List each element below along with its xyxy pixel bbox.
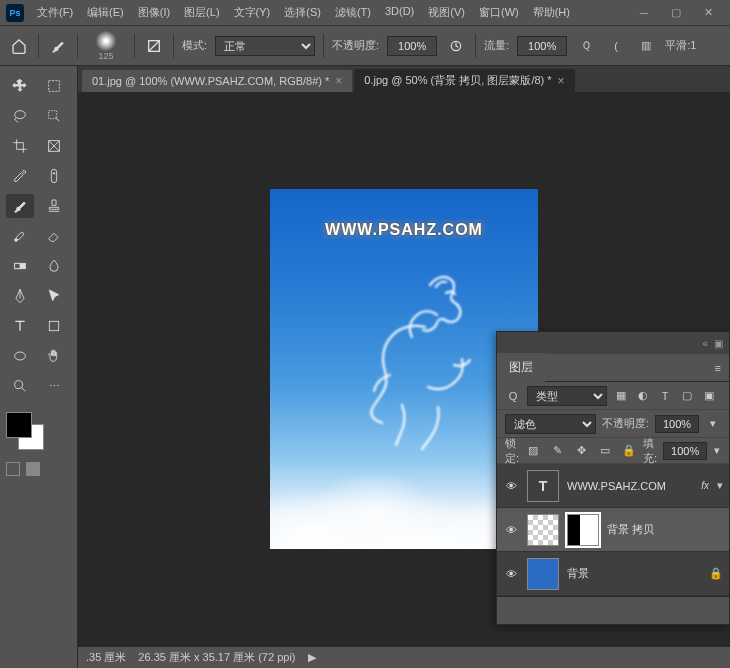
svg-rect-2 xyxy=(49,81,60,92)
panel-footer xyxy=(497,596,729,624)
menu-help[interactable]: 帮助(H) xyxy=(528,2,575,23)
visibility-icon[interactable]: 👁 xyxy=(503,568,519,580)
svg-rect-10 xyxy=(49,321,58,330)
shape-tool[interactable] xyxy=(40,314,68,338)
brush-panel-icon[interactable] xyxy=(143,35,165,57)
edit-toolbar-icon[interactable]: ⋯ xyxy=(40,374,68,398)
filter-type-icon[interactable]: T xyxy=(657,388,673,404)
crop-tool[interactable] xyxy=(6,134,34,158)
chevron-down-icon[interactable]: ▾ xyxy=(717,479,723,492)
gradient-tool[interactable] xyxy=(6,254,34,278)
menu-filter[interactable]: 滤镜(T) xyxy=(330,2,376,23)
visibility-icon[interactable]: 👁 xyxy=(503,524,519,536)
blend-mode-select[interactable]: 正常 xyxy=(215,36,315,56)
quickmask-icon[interactable] xyxy=(6,462,20,476)
minimize-button[interactable]: ─ xyxy=(628,2,660,24)
ellipse-tool[interactable] xyxy=(6,344,34,368)
layer-row[interactable]: 👁 T WWW.PSAHZ.COM fx ▾ xyxy=(497,464,729,508)
lock-position-icon[interactable]: ✥ xyxy=(573,443,589,459)
status-dimensions: 26.35 厘米 x 35.17 厘米 (72 ppi) xyxy=(138,650,295,665)
menu-image[interactable]: 图像(I) xyxy=(133,2,175,23)
app-logo: Ps xyxy=(6,4,24,22)
frame-tool[interactable] xyxy=(40,134,68,158)
doc-tab-2[interactable]: 0.jpg @ 50% (背景 拷贝, 图层蒙版/8) * × xyxy=(354,69,574,92)
layer-name[interactable]: 背景 拷贝 xyxy=(607,522,723,537)
menu-3d[interactable]: 3D(D) xyxy=(380,2,419,23)
fill-input[interactable] xyxy=(663,442,707,460)
lock-all-icon[interactable]: 🔒 xyxy=(621,443,637,459)
hand-tool[interactable] xyxy=(40,344,68,368)
fill-label: 填充: xyxy=(643,436,657,466)
filter-pixel-icon[interactable]: ▦ xyxy=(613,388,629,404)
zoom-tool[interactable] xyxy=(6,374,34,398)
fx-badge[interactable]: fx xyxy=(701,480,709,491)
chevron-down-icon[interactable]: ▾ xyxy=(713,443,721,459)
watermark-text: WWW.PSAHZ.COM xyxy=(270,221,538,239)
chevron-down-icon[interactable]: ▾ xyxy=(705,416,721,432)
healing-tool[interactable] xyxy=(40,164,68,188)
pen-tool[interactable] xyxy=(6,284,34,308)
blend-mode-select[interactable]: 滤色 xyxy=(505,414,596,434)
pressure-opacity-icon[interactable] xyxy=(445,35,467,57)
layer-filter-select[interactable]: 类型 xyxy=(527,386,607,406)
history-brush-tool[interactable] xyxy=(6,224,34,248)
brush-preview[interactable]: 125 xyxy=(86,31,126,61)
quick-select-tool[interactable] xyxy=(40,104,68,128)
filter-adjust-icon[interactable]: ◐ xyxy=(635,388,651,404)
eraser-tool[interactable] xyxy=(40,224,68,248)
layer-name[interactable]: WWW.PSAHZ.COM xyxy=(567,480,693,492)
lasso-tool[interactable] xyxy=(6,104,34,128)
lock-paint-icon[interactable]: ✎ xyxy=(549,443,565,459)
layer-thumb-type-icon: T xyxy=(527,470,559,502)
filter-shape-icon[interactable]: ▢ xyxy=(679,388,695,404)
layer-row[interactable]: 👁 背景 拷贝 xyxy=(497,508,729,552)
layer-mask-thumb[interactable] xyxy=(567,514,599,546)
foreground-color-swatch[interactable] xyxy=(6,412,32,438)
brush-tool-icon[interactable] xyxy=(47,35,69,57)
doc-tab-1[interactable]: 01.jpg @ 100% (WWW.PSAHZ.COM, RGB/8#) * … xyxy=(82,70,352,92)
search-icon: Q xyxy=(505,388,521,404)
menu-layer[interactable]: 图层(L) xyxy=(179,2,224,23)
close-button[interactable]: ✕ xyxy=(692,2,724,24)
layers-tab[interactable]: 图层 xyxy=(497,353,545,382)
maximize-button[interactable]: ▢ xyxy=(660,2,692,24)
opacity-input[interactable] xyxy=(387,36,437,56)
eyedropper-tool[interactable] xyxy=(6,164,34,188)
menu-select[interactable]: 选择(S) xyxy=(279,2,326,23)
doc-tab-2-label: 0.jpg @ 50% (背景 拷贝, 图层蒙版/8) * xyxy=(364,73,551,88)
lock-artboard-icon[interactable]: ▭ xyxy=(597,443,613,459)
filter-smart-icon[interactable]: ▣ xyxy=(701,388,717,404)
layer-opacity-input[interactable] xyxy=(655,415,699,433)
svg-rect-9 xyxy=(15,263,20,268)
stamp-tool[interactable] xyxy=(40,194,68,218)
color-swatches[interactable] xyxy=(6,412,52,450)
layer-name[interactable]: 背景 xyxy=(567,566,701,581)
marquee-tool[interactable] xyxy=(40,74,68,98)
panel-menu-icon[interactable]: ≡ xyxy=(707,362,729,374)
close-icon[interactable]: × xyxy=(335,74,342,88)
screenmode-icon[interactable] xyxy=(26,462,40,476)
status-arrow-icon[interactable]: ▶ xyxy=(308,651,316,664)
home-icon[interactable] xyxy=(8,35,30,57)
menu-window[interactable]: 窗口(W) xyxy=(474,2,524,23)
menu-type[interactable]: 文字(Y) xyxy=(229,2,276,23)
collapse-icon[interactable]: « xyxy=(702,338,708,349)
close-panel-icon[interactable]: ▣ xyxy=(714,338,723,349)
type-tool[interactable] xyxy=(6,314,34,338)
path-select-tool[interactable] xyxy=(40,284,68,308)
pressure-size-icon[interactable]: ( xyxy=(605,35,627,57)
menu-file[interactable]: 文件(F) xyxy=(32,2,78,23)
menu-view[interactable]: 视图(V) xyxy=(423,2,470,23)
layer-row[interactable]: 👁 背景 🔒 xyxy=(497,552,729,596)
blur-tool[interactable] xyxy=(40,254,68,278)
lock-transparent-icon[interactable]: ▨ xyxy=(525,443,541,459)
airbrush-icon[interactable]: Ｑ xyxy=(575,35,597,57)
visibility-icon[interactable]: 👁 xyxy=(503,480,519,492)
flow-input[interactable] xyxy=(517,36,567,56)
move-tool[interactable] xyxy=(6,74,34,98)
panel-drag-bar[interactable]: «▣ xyxy=(497,332,729,354)
symmetry-icon[interactable]: ▥ xyxy=(635,35,657,57)
close-icon[interactable]: × xyxy=(558,74,565,88)
brush-tool[interactable] xyxy=(6,194,34,218)
menu-edit[interactable]: 编辑(E) xyxy=(82,2,129,23)
